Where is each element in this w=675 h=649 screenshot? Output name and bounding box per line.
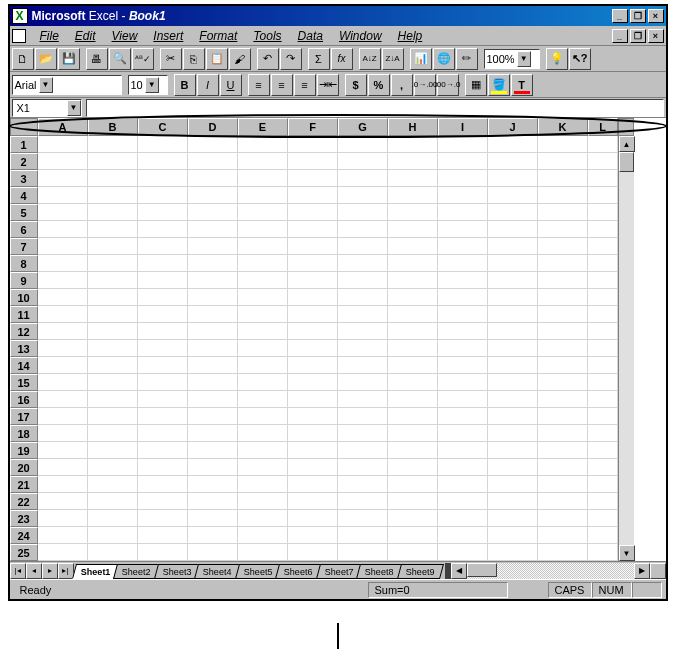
cell-D5[interactable]: [188, 204, 238, 221]
cell-C6[interactable]: [138, 221, 188, 238]
function-icon[interactable]: fx: [331, 48, 353, 70]
cell-K21[interactable]: [538, 476, 588, 493]
cell-G22[interactable]: [338, 493, 388, 510]
close-button[interactable]: ×: [648, 9, 664, 23]
cell-D12[interactable]: [188, 323, 238, 340]
cell-J18[interactable]: [488, 425, 538, 442]
cell-A17[interactable]: [38, 408, 88, 425]
cell-H1[interactable]: [388, 136, 438, 153]
cell-F12[interactable]: [288, 323, 338, 340]
cell-H12[interactable]: [388, 323, 438, 340]
row-header-9[interactable]: 9: [10, 272, 38, 289]
cell-I10[interactable]: [438, 289, 488, 306]
cell-F13[interactable]: [288, 340, 338, 357]
tab-first-button[interactable]: |◂: [10, 563, 26, 579]
cell-F21[interactable]: [288, 476, 338, 493]
cell-A11[interactable]: [38, 306, 88, 323]
fill-color-button[interactable]: 🪣: [488, 74, 510, 96]
cell-K19[interactable]: [538, 442, 588, 459]
cell-J23[interactable]: [488, 510, 538, 527]
sheet-tab-sheet8[interactable]: Sheet8: [356, 564, 403, 579]
cell-L11[interactable]: [588, 306, 618, 323]
cell-H10[interactable]: [388, 289, 438, 306]
cell-H11[interactable]: [388, 306, 438, 323]
cell-E23[interactable]: [238, 510, 288, 527]
cell-E8[interactable]: [238, 255, 288, 272]
cell-K13[interactable]: [538, 340, 588, 357]
cell-H24[interactable]: [388, 527, 438, 544]
scroll-up-button[interactable]: ▲: [619, 136, 635, 152]
cell-B6[interactable]: [88, 221, 138, 238]
cell-F3[interactable]: [288, 170, 338, 187]
cell-C8[interactable]: [138, 255, 188, 272]
cell-B11[interactable]: [88, 306, 138, 323]
cell-A14[interactable]: [38, 357, 88, 374]
tab-prev-button[interactable]: ◂: [26, 563, 42, 579]
cell-J10[interactable]: [488, 289, 538, 306]
help-icon[interactable]: ↖?: [569, 48, 591, 70]
cell-C15[interactable]: [138, 374, 188, 391]
cell-H25[interactable]: [388, 544, 438, 561]
cell-K2[interactable]: [538, 153, 588, 170]
cell-G2[interactable]: [338, 153, 388, 170]
cell-K24[interactable]: [538, 527, 588, 544]
cell-F15[interactable]: [288, 374, 338, 391]
row-header-19[interactable]: 19: [10, 442, 38, 459]
cell-B3[interactable]: [88, 170, 138, 187]
cell-D9[interactable]: [188, 272, 238, 289]
chevron-down-icon[interactable]: ▼: [145, 77, 159, 93]
cell-A15[interactable]: [38, 374, 88, 391]
cell-A6[interactable]: [38, 221, 88, 238]
cell-B25[interactable]: [88, 544, 138, 561]
cell-B12[interactable]: [88, 323, 138, 340]
italic-button[interactable]: I: [197, 74, 219, 96]
row-header-11[interactable]: 11: [10, 306, 38, 323]
cell-F1[interactable]: [288, 136, 338, 153]
cell-I7[interactable]: [438, 238, 488, 255]
cell-L25[interactable]: [588, 544, 618, 561]
cell-A23[interactable]: [38, 510, 88, 527]
cell-E4[interactable]: [238, 187, 288, 204]
menu-data[interactable]: Data: [290, 27, 331, 45]
cell-K8[interactable]: [538, 255, 588, 272]
cell-H21[interactable]: [388, 476, 438, 493]
cell-D14[interactable]: [188, 357, 238, 374]
doc-restore-button[interactable]: ❐: [630, 29, 646, 43]
chart-wizard-icon[interactable]: 📊: [410, 48, 432, 70]
cell-L23[interactable]: [588, 510, 618, 527]
cell-E3[interactable]: [238, 170, 288, 187]
copy-icon[interactable]: ⎘: [183, 48, 205, 70]
borders-button[interactable]: ▦: [465, 74, 487, 96]
spelling-icon[interactable]: ᴬᴮ✓: [132, 48, 154, 70]
cell-J1[interactable]: [488, 136, 538, 153]
cell-B23[interactable]: [88, 510, 138, 527]
cell-G1[interactable]: [338, 136, 388, 153]
cut-icon[interactable]: ✂: [160, 48, 182, 70]
cell-F24[interactable]: [288, 527, 338, 544]
cell-H2[interactable]: [388, 153, 438, 170]
column-header-E[interactable]: E: [238, 118, 288, 136]
map-icon[interactable]: 🌐: [433, 48, 455, 70]
cell-F7[interactable]: [288, 238, 338, 255]
cell-K14[interactable]: [538, 357, 588, 374]
cell-F10[interactable]: [288, 289, 338, 306]
vscroll-thumb[interactable]: [619, 152, 634, 172]
cell-E2[interactable]: [238, 153, 288, 170]
cell-B9[interactable]: [88, 272, 138, 289]
cell-E6[interactable]: [238, 221, 288, 238]
name-box[interactable]: X1 ▼: [12, 99, 82, 117]
row-header-21[interactable]: 21: [10, 476, 38, 493]
cell-L8[interactable]: [588, 255, 618, 272]
row-header-22[interactable]: 22: [10, 493, 38, 510]
cell-H22[interactable]: [388, 493, 438, 510]
cell-J5[interactable]: [488, 204, 538, 221]
cell-F8[interactable]: [288, 255, 338, 272]
cell-J21[interactable]: [488, 476, 538, 493]
cell-A24[interactable]: [38, 527, 88, 544]
chevron-down-icon[interactable]: ▼: [67, 100, 81, 116]
sort-desc-icon[interactable]: Z↓A: [382, 48, 404, 70]
cell-A1[interactable]: [38, 136, 88, 153]
cell-E5[interactable]: [238, 204, 288, 221]
cell-C19[interactable]: [138, 442, 188, 459]
cell-K15[interactable]: [538, 374, 588, 391]
